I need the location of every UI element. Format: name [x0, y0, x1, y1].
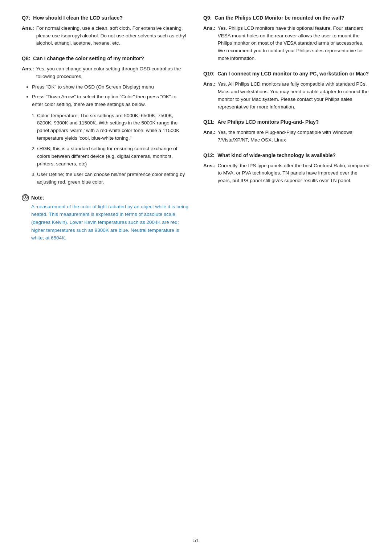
q8-text: Can I change the color setting of my mon… — [33, 55, 144, 62]
q8-block: Q8: Can I change the color setting of my… — [22, 55, 189, 186]
q8-question: Q8: Can I change the color setting of my… — [22, 55, 189, 62]
numbered-item-1: Color Temperature; The six settings are … — [37, 112, 189, 143]
note-header: Ⓐ Note: — [22, 194, 189, 201]
q12-question: Q12: What kind of wide-angle technology … — [203, 152, 370, 159]
q8-label: Q8: — [22, 55, 30, 62]
a9-label: Ans.: — [203, 25, 216, 63]
bullet-item-2: Press "Down Arrow" to select the option … — [32, 93, 189, 108]
q11-text: Are Philips LCD monitors Plug-and- Play? — [217, 119, 319, 126]
q10-block: Q10: Can I connect my LCD monitor to any… — [203, 70, 370, 111]
a9-text: Yes. Philips LCD monitors have this opti… — [218, 25, 370, 63]
a8-answer: Ans.: Yes, you can change your color set… — [22, 65, 189, 81]
numbered-item-3: User Define; the user can choose his/her… — [37, 171, 189, 186]
a12-text: Currently, the IPS type panels offer the… — [218, 162, 370, 185]
page-number: 51 — [193, 538, 199, 543]
q9-text: Can the Philips LCD Monitor be mounted o… — [215, 15, 344, 22]
a10-label: Ans.: — [203, 81, 216, 111]
q9-label: Q9: — [203, 15, 212, 22]
q11-question: Q11: Are Philips LCD monitors Plug-and- … — [203, 119, 370, 126]
q12-label: Q12: — [203, 152, 215, 159]
note-text: A measurement of the color of light radi… — [31, 203, 189, 242]
a7-label: Ans.: — [22, 25, 34, 48]
q11-label: Q11: — [203, 119, 215, 126]
q9-question: Q9: Can the Philips LCD Monitor be mount… — [203, 15, 370, 22]
a8-text: Yes, you can change your color setting t… — [36, 65, 189, 81]
a10-answer: Ans.: Yes. All Philips LCD monitors are … — [203, 81, 370, 111]
note-icon: Ⓐ — [22, 194, 29, 201]
q7-block: Q7: How should I clean the LCD surface? … — [22, 15, 189, 47]
numbered-item-2: sRGB; this is a standard setting for ens… — [37, 145, 189, 168]
q10-question: Q10: Can I connect my LCD monitor to any… — [203, 70, 370, 78]
q9-block: Q9: Can the Philips LCD Monitor be mount… — [203, 15, 370, 62]
numbered-list: Color Temperature; The six settings are … — [37, 112, 189, 186]
bullet-list: Press "OK" to show the OSD (On Screen Di… — [32, 83, 189, 108]
a11-label: Ans.: — [203, 129, 216, 144]
a12-answer: Ans.: Currently, the IPS type panels off… — [203, 162, 370, 185]
q7-text: How should I clean the LCD surface? — [33, 15, 123, 22]
q7-question: Q7: How should I clean the LCD surface? — [22, 15, 189, 22]
a9-answer: Ans.: Yes. Philips LCD monitors have thi… — [203, 25, 370, 63]
q10-label: Q10: — [203, 70, 215, 78]
a11-answer: Ans.: Yes, the monitors are Plug-and-Pla… — [203, 129, 370, 144]
note-block: Ⓐ Note: A measurement of the color of li… — [22, 194, 189, 242]
q10-text: Can I connect my LCD monitor to any PC, … — [217, 70, 369, 78]
a8-label: Ans.: — [22, 65, 34, 81]
q11-block: Q11: Are Philips LCD monitors Plug-and- … — [203, 119, 370, 144]
q12-block: Q12: What kind of wide-angle technology … — [203, 152, 370, 185]
a11-text: Yes, the monitors are Plug-and-Play comp… — [218, 129, 370, 144]
q12-text: What kind of wide-angle technology is av… — [217, 152, 336, 159]
bullet-item-1: Press "OK" to show the OSD (On Screen Di… — [32, 83, 189, 91]
a10-text: Yes. All Philips LCD monitors are fully … — [218, 81, 370, 111]
q7-label: Q7: — [22, 15, 30, 22]
a7-answer: Ans.: For normal cleaning, use a clean, … — [22, 25, 189, 48]
a7-text: For normal cleaning, use a clean, soft c… — [36, 25, 189, 48]
a12-label: Ans.: — [203, 162, 216, 185]
note-label: Note: — [31, 195, 44, 201]
